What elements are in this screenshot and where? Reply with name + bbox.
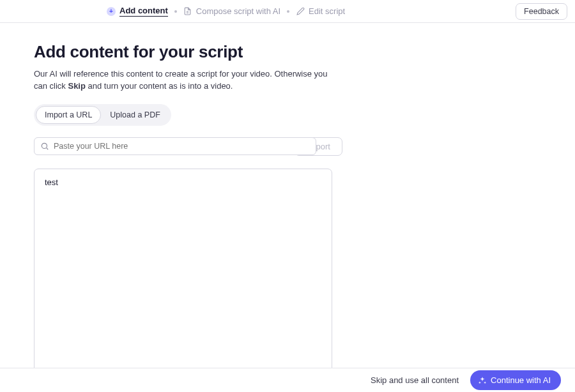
content-textarea[interactable]	[34, 169, 332, 382]
page-title: Add content for your script	[34, 42, 541, 62]
import-tabs: Import a URL Upload a PDF	[34, 104, 171, 126]
wizard-steps: + Add content Compose script with AI Edi…	[107, 6, 345, 17]
step-compose-script: Compose script with AI	[183, 6, 280, 16]
sparkle-icon	[478, 376, 487, 385]
continue-label: Continue with AI	[491, 375, 551, 385]
main-content: Add content for your script Our AI will …	[0, 23, 575, 392]
desc-text: and turn your content as is into a video…	[86, 81, 233, 91]
step-label: Add content	[119, 6, 168, 17]
feedback-button[interactable]: Feedback	[516, 3, 567, 20]
continue-button[interactable]: Continue with AI	[470, 370, 561, 390]
top-bar: + Add content Compose script with AI Edi…	[0, 0, 575, 23]
svg-point-2	[42, 144, 47, 149]
footer-bar: Skip and use all content Continue with A…	[0, 368, 575, 392]
document-icon	[183, 7, 192, 16]
pencil-icon	[296, 7, 305, 16]
search-icon	[40, 142, 49, 151]
step-label: Edit script	[309, 6, 345, 16]
url-input[interactable]	[34, 137, 316, 155]
step-label: Compose script with AI	[196, 6, 280, 16]
tab-import-url[interactable]: Import a URL	[36, 106, 101, 124]
plus-icon: +	[107, 7, 116, 16]
tab-upload-pdf[interactable]: Upload a PDF	[101, 106, 169, 124]
step-separator	[174, 10, 177, 13]
url-import-row: Import	[34, 137, 541, 156]
step-add-content[interactable]: + Add content	[107, 6, 168, 17]
page-description: Our AI will reference this content to cr…	[34, 68, 341, 93]
skip-button[interactable]: Skip and use all content	[371, 375, 459, 385]
desc-skip-word: Skip	[68, 81, 85, 91]
step-edit-script: Edit script	[296, 6, 345, 16]
svg-line-3	[47, 148, 49, 150]
url-field-wrapper	[34, 137, 289, 156]
step-separator	[287, 10, 289, 13]
